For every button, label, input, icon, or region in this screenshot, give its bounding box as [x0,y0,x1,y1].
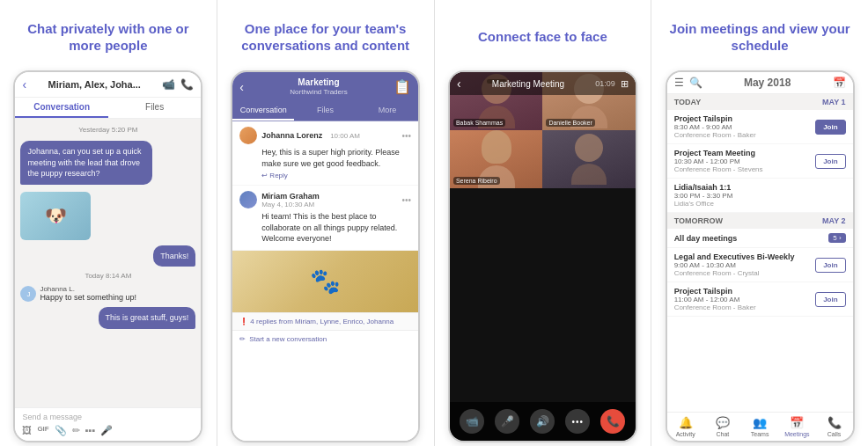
panel-video: Connect face to face ‹ Marketing Meeting… [435,0,652,446]
tab-meetings[interactable]: 📅 Meetings [778,413,815,441]
event-title-2: Project Team Meeting [674,149,813,157]
event-info-legal: Legal and Executives Bi-Weekly 9:00 AM -… [674,252,813,277]
teams-time-1: 10:00 AM [330,132,360,140]
video-controls-bar: 📹 🎤 🔊 ••• 📞 [450,402,636,441]
today-date: MAY 1 [822,98,846,106]
event-info-3: Lidia/Isaiah 1:1 3:00 PM - 3:30 PM Lidia… [674,183,846,208]
gif-icon[interactable]: GIF [37,425,48,436]
calls-label: Calls [828,431,842,437]
teams-tab-conversation[interactable]: Conversation [232,101,294,121]
teams-tab-more[interactable]: More [357,101,418,121]
teams-topbar: ‹ Marketing Northwind Traders 📋 [232,72,418,101]
join-button-tailspin2[interactable]: Join [815,292,845,307]
end-call-button[interactable]: 📞 [600,409,625,434]
tomorrow-date: MAY 2 [822,216,846,225]
teams-replies[interactable]: ❗ 4 replies from Miriam, Lynne, Enrico, … [232,312,418,330]
chat-input-area[interactable]: Send a message 🖼 GIF 📎 ✏ ▪▪▪ 🎤 [15,407,201,441]
menu-icon[interactable]: ☰ [674,77,684,89]
user-name-label: Johanna L. [40,285,136,293]
video-cell-4 [542,130,636,188]
reply-button-1[interactable]: ↩ Reply [261,172,411,179]
event-legal: Legal and Executives Bi-Weekly 9:00 AM -… [667,248,853,282]
chat-label: Chat [717,431,730,437]
tab-calls[interactable]: 📞 Calls [815,413,852,441]
tab-teams[interactable]: 👥 Teams [741,413,778,441]
teams-msg-text-1: Hey, this is a super high priority. Plea… [261,147,411,169]
activity-label: Activity [676,431,695,437]
teams-tab-files[interactable]: Files [294,101,356,121]
teams-sender-1: Johanna Lorenz [261,131,322,140]
teams-channel-name: Marketing [247,77,390,87]
phone-chat: ‹ Miriam, Alex, Joha... 📹 📞 Conversation… [13,70,202,442]
teams-tabs: Conversation Files More [232,101,418,121]
participant-name-2: Danielle Booker [546,119,594,127]
event-title-legal: Legal and Executives Bi-Weekly [674,252,813,261]
event-title-tailspin2: Project Tailspin [674,287,813,296]
teams-back-button[interactable]: ‹ [239,80,244,94]
video-toggle-button[interactable]: 📹 [460,409,484,434]
event-room-legal: Conference Room - Crystal [674,269,813,277]
new-conversation-button[interactable]: ✏ Start a new conversation [232,330,418,347]
teams-avatar-1 [239,127,257,144]
panel-chat-header: Chat privately with one or more people [0,0,217,70]
tab-files[interactable]: Files [108,98,202,118]
compose-icon: ✏ [239,335,246,343]
video-options-icon[interactable]: ⊞ [621,78,629,90]
main-container: Chat privately with one or more people ‹… [0,0,868,446]
event-info-2: Project Team Meeting 10:30 AM - 12:00 PM… [674,149,813,173]
panel-calendar: Join meetings and view your schedule ☰ 🔍… [651,0,868,446]
teams-more-1[interactable]: ••• [402,131,412,141]
event-title-3: Lidia/Isaiah 1:1 [674,183,846,192]
video-call-icon[interactable]: 📹 [162,78,175,91]
mic-icon[interactable]: 🎤 [100,425,113,436]
tab-conversation[interactable]: Conversation [15,98,108,118]
tab-activity[interactable]: 🔔 Activity [667,413,704,441]
participant-name-3: Serena Ribeiro [453,177,500,185]
more-options-button[interactable]: ••• [565,409,590,434]
event-title-1: Project Tailspin [674,114,813,123]
user-message-text: Happy to set something up! [40,293,136,302]
video-call-area: ‹ Marketing Meeting 01:09 ⊞ Ba [450,72,636,441]
panel-calendar-header: Join meetings and view your schedule [651,0,868,70]
speaker-button[interactable]: 🔊 [530,409,555,434]
message-bubble-left: Johanna, can you set up a quick meeting … [20,141,151,185]
panel-chat: Chat privately with one or more people ‹… [0,0,217,446]
event-project-tailspin-2: Project Tailspin 11:00 AM - 12:00 AM Con… [667,282,853,317]
draw-icon[interactable]: ✏ [72,425,80,436]
alert-icon: ❗ [239,318,248,325]
phone-teams: ‹ Marketing Northwind Traders 📋 Conversa… [231,70,420,442]
event-room-2: Conference Room - Stevens [674,165,813,173]
event-project-tailspin-1: Project Tailspin 8:30 AM - 9:00 AM Confe… [667,110,853,144]
event-room-3: Lidia's Office [674,200,846,208]
calendar-body: TODAY MAY 1 Project Tailspin 8:30 AM - 9… [667,94,853,412]
teams-channel-icon[interactable]: 📋 [394,78,411,95]
teams-message-1: Johanna Lorenz 10:00 AM ••• Hey, this is… [232,121,418,186]
teams-msg-header-2: Miriam Graham May 4, 10:30 AM ••• [239,191,411,208]
event-time-2: 10:30 AM - 12:00 PM [674,157,813,165]
teams-sender-2: Miriam Graham [261,192,320,201]
event-room-tailspin2: Conference Room - Baker [674,303,813,311]
more-icon[interactable]: ▪▪▪ [85,425,96,436]
join-button-legal[interactable]: Join [815,258,845,273]
meeting-time: 01:09 [595,79,615,88]
new-conversation-label: Start a new conversation [249,335,327,343]
phone-call-icon[interactable]: 📞 [180,78,194,91]
image-icon[interactable]: 🖼 [22,425,32,436]
chat-messages-area: Yesterday 5:20 PM Johanna, can you set u… [15,119,201,407]
mute-button[interactable]: 🎤 [495,409,519,434]
panel-calendar-title: Join meetings and view your schedule [666,20,854,55]
event-info-allday: All day meetings [674,234,826,243]
event-time-1: 8:30 AM - 9:00 AM [674,123,813,131]
all-day-count: 5 › [828,233,845,243]
panel-teams-header: One place for your team's conversations … [217,0,434,70]
search-icon[interactable]: 🔍 [689,77,702,89]
event-time-legal: 9:00 AM - 10:30 AM [674,261,813,269]
event-info-1: Project Tailspin 8:30 AM - 9:00 AM Confe… [674,114,813,139]
attach-icon[interactable]: 📎 [55,425,67,436]
video-cell-3: Serena Ribeiro [450,130,543,188]
teams-more-2[interactable]: ••• [402,195,412,205]
join-button-1[interactable]: Join [815,120,845,135]
tab-chat[interactable]: 💬 Chat [704,413,741,441]
calendar-icon[interactable]: 📅 [833,77,846,89]
join-button-2[interactable]: Join [815,154,845,169]
